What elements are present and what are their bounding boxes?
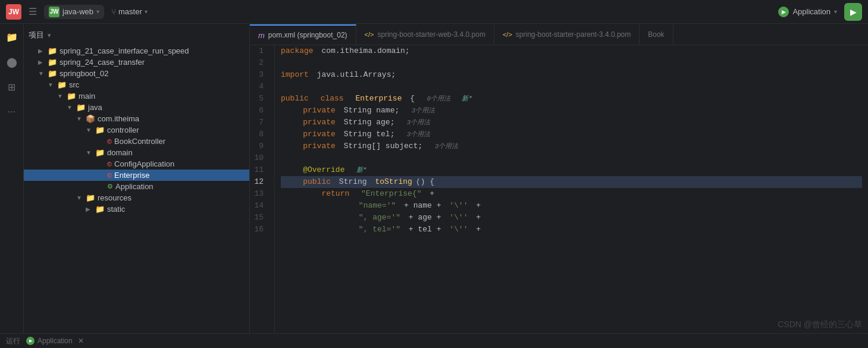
- sidebar-icon-more[interactable]: ···: [4, 104, 20, 120]
- sidebar-icon-structure[interactable]: ⊞: [4, 79, 20, 95]
- run-app-close-icon[interactable]: ✕: [78, 337, 84, 345]
- tree-item-spring21[interactable]: ▶ 📁 spring_21_case_interface_run_speed: [24, 45, 249, 57]
- tree-item-label: springboot_02: [59, 69, 108, 78]
- code-line: public class Enterprise { 0个用法 新*: [281, 93, 862, 105]
- tree-item-label: static: [107, 205, 125, 214]
- folder-icon: 📁: [86, 193, 95, 202]
- line-num: 14: [250, 200, 268, 212]
- line-num: 15: [250, 212, 268, 224]
- tab-spring-web-pom[interactable]: </> spring-boot-starter-web-3.4.0.pom: [356, 24, 494, 45]
- line-num: 3: [250, 69, 268, 81]
- main-layout: 📁 ⬤ ⊞ ··· 项目 ▾ ▶ 📁 spring_21_case_interf…: [0, 24, 868, 333]
- line-num: 4: [250, 81, 268, 93]
- watermark: CSDN @曾经的三心草: [778, 319, 862, 330]
- code-line: ", tel='" + tel + '\'' +: [281, 224, 862, 236]
- code-line: private String tel; 3个用法: [281, 128, 862, 140]
- tree-item-static[interactable]: ▶ 📁 static: [24, 203, 249, 215]
- line-numbers: 1 2 3 4 5 6 7 8 9 10 11 12 13 14 15 16: [250, 45, 275, 333]
- tree-item-controller[interactable]: ▼ 📁 controller: [24, 124, 249, 136]
- xml-icon: </>: [503, 31, 512, 38]
- tab-spring-parent-pom[interactable]: </> spring-boot-starter-parent-3.4.0.pom: [494, 24, 640, 45]
- tree-item-label: src: [69, 80, 79, 89]
- logo: JW: [6, 4, 21, 20]
- run-button[interactable]: ▶: [844, 3, 862, 21]
- editor-area: m pom.xml (springboot_02) </> spring-boo…: [250, 24, 868, 333]
- branch-chevron-icon: ▾: [145, 8, 148, 15]
- run-app-label: Application: [37, 337, 73, 345]
- tree-item-enterprise[interactable]: © Enterprise: [24, 170, 249, 181]
- code-line: import java.util.Arrays;: [281, 69, 862, 81]
- run-app-status[interactable]: ▶ Application ✕: [26, 337, 84, 345]
- editor-tabs: m pom.xml (springboot_02) </> spring-boo…: [250, 24, 868, 45]
- project-icon: JW: [49, 7, 59, 17]
- project-name: java-web: [62, 7, 93, 16]
- sidebar-icon-project[interactable]: 📁: [4, 29, 20, 45]
- chevron-down-icon: ▼: [86, 127, 93, 133]
- chevron-right-icon: ▶: [38, 48, 45, 54]
- tree-item-label: com.itheima: [98, 114, 139, 123]
- folder-icon: 📁: [48, 58, 57, 67]
- branch-name: master: [118, 7, 142, 16]
- folder-icon: 📁: [48, 69, 57, 78]
- code-line: private String name; 3个用法: [281, 105, 862, 117]
- code-line: [281, 152, 862, 164]
- tree-item-springboot02[interactable]: ▼ 📁 springboot_02: [24, 68, 249, 79]
- project-selector[interactable]: JW java-web ▾: [44, 5, 104, 19]
- tree-item-src[interactable]: ▼ 📁 src: [24, 79, 249, 90]
- tree-item-main[interactable]: ▼ 📁 main: [24, 90, 249, 102]
- code-line: return "Enterprise{" +: [281, 188, 862, 200]
- chevron-down-icon: ▼: [86, 149, 93, 156]
- tree-item-label: spring_24_case_transfer: [59, 58, 145, 67]
- tree-item-label: Enterprise: [114, 171, 149, 180]
- java-file-icon: ©: [107, 172, 112, 179]
- folder-icon: 📁: [67, 92, 76, 101]
- code-line: package com.itheima.domain;: [281, 45, 862, 57]
- code-line: [281, 81, 862, 93]
- tree-item-com-itheima[interactable]: ▼ 📦 com.itheima: [24, 113, 249, 124]
- tree-item-application[interactable]: ⚙ Application: [24, 181, 249, 192]
- chevron-right-icon: ▶: [38, 59, 45, 65]
- tree-item-label: controller: [107, 126, 139, 134]
- chevron-down-icon: ▼: [38, 70, 45, 77]
- tree-header-chevron-icon: ▾: [48, 32, 51, 39]
- code-area[interactable]: package com.itheima.domain; import java.…: [275, 45, 868, 333]
- tree-item-label: Application: [115, 182, 153, 191]
- xml-icon: </>: [365, 31, 374, 38]
- sidebar-icon-git[interactable]: ⬤: [4, 54, 20, 70]
- run-config-label: Application: [792, 7, 831, 16]
- tree-item-config-application[interactable]: © ConfigApplication: [24, 158, 249, 170]
- hamburger-icon[interactable]: ☰: [29, 6, 37, 17]
- code-line: private String age; 3个用法: [281, 117, 862, 128]
- tree-item-domain[interactable]: ▼ 📁 domain: [24, 147, 249, 158]
- line-num: 10: [250, 152, 268, 164]
- code-line-active: public String toString() {: [281, 176, 862, 188]
- run-config-chevron-icon: ▾: [834, 8, 837, 15]
- chevron-down-icon: ▼: [48, 81, 55, 88]
- tab-pom-xml[interactable]: m pom.xml (springboot_02): [250, 24, 356, 45]
- tab-book[interactable]: Book: [640, 24, 673, 45]
- chevron-down-icon: ▼: [67, 104, 74, 111]
- branch-selector[interactable]: ⑂ master ▾: [111, 7, 148, 17]
- folder-icon: 📦: [86, 114, 95, 123]
- tree-item-book-controller[interactable]: © BookController: [24, 136, 249, 147]
- chevron-down-icon: ▼: [76, 195, 83, 201]
- java-file-icon: ©: [107, 138, 112, 145]
- tree-item-resources[interactable]: ▼ 📁 resources: [24, 192, 249, 203]
- java-file-icon: ©: [107, 161, 112, 168]
- line-num: 11: [250, 164, 268, 176]
- project-chevron-icon: ▾: [96, 8, 99, 15]
- spring-file-icon: ⚙: [107, 183, 113, 190]
- tree-item-java[interactable]: ▼ 📁 java: [24, 102, 249, 113]
- tree-item-label: domain: [107, 148, 133, 157]
- code-line: [281, 57, 862, 69]
- code-line: ", age='" + age + '\'' +: [281, 212, 862, 224]
- file-tree: 项目 ▾ ▶ 📁 spring_21_case_interface_run_sp…: [24, 24, 250, 333]
- run-config-selector[interactable]: ▶ Application ▾: [778, 7, 837, 17]
- line-num: 13: [250, 188, 268, 200]
- folder-icon: 📁: [76, 103, 86, 112]
- line-num: 5: [250, 93, 268, 105]
- run-app-icon: ▶: [26, 337, 35, 345]
- editor-content[interactable]: 1 2 3 4 5 6 7 8 9 10 11 12 13 14 15 16: [250, 45, 868, 333]
- folder-icon: 📁: [57, 80, 67, 89]
- tree-item-spring24[interactable]: ▶ 📁 spring_24_case_transfer: [24, 57, 249, 68]
